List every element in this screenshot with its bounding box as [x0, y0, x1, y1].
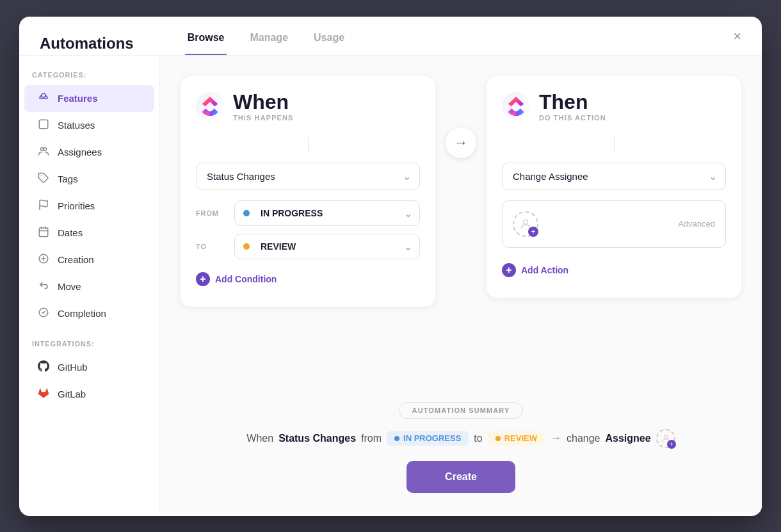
sidebar-item-creation[interactable]: Creation	[24, 246, 154, 273]
integrations-section: INTEGRATIONS: GitHub GitLab	[19, 340, 159, 408]
assignees-icon	[37, 145, 50, 159]
add-action-plus-icon: +	[502, 263, 516, 277]
sidebar-item-gitlab[interactable]: GitLab	[24, 381, 154, 408]
sidebar-item-label-statuses: Statuses	[58, 120, 95, 131]
sidebar-item-priorities[interactable]: Priorities	[24, 193, 154, 220]
avatar-plus-badge: +	[528, 227, 538, 237]
tags-icon	[37, 172, 50, 186]
integrations-label: INTEGRATIONS:	[19, 340, 159, 354]
summary-action: Assignee	[606, 433, 651, 444]
summary-prefix: When	[246, 433, 273, 444]
sidebar-item-label-tags: Tags	[58, 173, 78, 184]
to-status-select[interactable]: REVIEW	[234, 234, 420, 259]
action-logo	[502, 92, 530, 120]
tab-browse[interactable]: Browse	[185, 32, 227, 55]
completion-icon	[37, 307, 50, 321]
to-status-dot	[243, 243, 250, 250]
summary-event: Status Changes	[278, 433, 356, 444]
action-subheading: DO THIS ACTION	[539, 114, 606, 122]
advanced-link[interactable]: Advanced	[678, 219, 715, 229]
trigger-panel: When THIS HAPPENS Status Changes FROM	[181, 76, 435, 307]
features-icon	[37, 92, 50, 106]
sidebar-item-assignees[interactable]: Assignees	[24, 139, 154, 166]
action-type-select[interactable]: Change Assignee	[502, 163, 726, 190]
sidebar-item-label-features: Features	[58, 93, 98, 104]
add-condition-plus-icon: +	[196, 272, 210, 286]
from-status-wrapper: IN PROGRESS	[234, 200, 420, 226]
sidebar-item-label-assignees: Assignees	[58, 147, 102, 157]
trigger-panel-header: When THIS HAPPENS	[196, 92, 420, 122]
automation-builder: When THIS HAPPENS Status Changes FROM	[181, 76, 741, 387]
from-condition-row: FROM IN PROGRESS	[196, 200, 420, 226]
sidebar-item-label-github: GitHub	[58, 362, 88, 373]
dates-icon	[37, 226, 50, 240]
move-icon	[37, 280, 50, 294]
github-icon	[37, 360, 50, 375]
sidebar-item-statuses[interactable]: Statuses	[24, 112, 154, 139]
modal-title: Automations	[40, 35, 134, 52]
action-heading-block: Then DO THIS ACTION	[539, 92, 606, 122]
automation-summary-section: AUTOMATION SUMMARY When Status Changes f…	[181, 402, 741, 493]
sidebar: CATEGORIES: Features Statuses Assignees	[19, 56, 160, 513]
summary-arrow-icon: →	[550, 431, 561, 445]
trigger-heading-block: When THIS HAPPENS	[233, 92, 294, 122]
sidebar-item-completion[interactable]: Completion	[24, 300, 154, 327]
svg-point-15	[664, 435, 667, 438]
trigger-heading: When	[233, 92, 294, 112]
automation-summary-label: AUTOMATION SUMMARY	[399, 402, 524, 419]
sidebar-item-label-move: Move	[58, 281, 81, 292]
svg-rect-6	[39, 228, 48, 237]
sidebar-item-label-gitlab: GitLab	[58, 389, 86, 399]
tab-nav: Browse Manage Usage	[185, 32, 347, 55]
trigger-logo	[196, 92, 224, 120]
sidebar-item-move[interactable]: Move	[24, 273, 154, 300]
summary-to-word: to	[474, 433, 482, 444]
add-action-button[interactable]: + Add Action	[502, 258, 568, 282]
action-panel: Then DO THIS ACTION Change Assignee	[487, 76, 741, 298]
event-select[interactable]: Status Changes	[196, 163, 420, 190]
assignee-avatar[interactable]: +	[513, 211, 538, 237]
trigger-subheading: THIS HAPPENS	[233, 114, 294, 122]
add-condition-button[interactable]: + Add Condition	[196, 267, 277, 291]
sidebar-item-tags[interactable]: Tags	[24, 166, 154, 193]
assignee-box[interactable]: + Advanced	[502, 200, 726, 248]
to-condition-row: TO REVIEW	[196, 234, 420, 259]
priorities-icon	[37, 199, 50, 213]
summary-avatar-plus-badge: +	[667, 440, 676, 449]
add-condition-label: Add Condition	[215, 274, 277, 284]
from-status-dot	[243, 210, 250, 216]
summary-from-word: from	[361, 433, 382, 444]
to-badge-text: REVIEW	[504, 433, 537, 443]
arrow-connector: →	[446, 127, 476, 158]
to-label: TO	[196, 243, 227, 250]
close-button[interactable]: ×	[733, 29, 741, 44]
summary-text: When Status Changes from IN PROGRESS to …	[181, 429, 741, 448]
svg-point-3	[44, 147, 47, 150]
tab-usage[interactable]: Usage	[311, 32, 347, 55]
gitlab-icon	[37, 387, 50, 401]
svg-point-0	[42, 93, 45, 97]
action-heading: Then	[539, 92, 606, 112]
sidebar-item-label-dates: Dates	[58, 227, 83, 238]
from-badge-dot	[394, 436, 399, 441]
sidebar-item-features[interactable]: Features	[24, 85, 154, 112]
sidebar-item-label-completion: Completion	[58, 308, 106, 319]
sidebar-item-label-priorities: Priorities	[58, 200, 95, 211]
automations-modal: Automations Browse Manage Usage × CATEGO…	[19, 17, 762, 516]
summary-action-word: change	[567, 433, 600, 444]
sidebar-item-dates[interactable]: Dates	[24, 220, 154, 246]
add-action-label: Add Action	[521, 265, 568, 275]
modal-header: Automations Browse Manage Usage ×	[19, 17, 762, 56]
action-divider	[614, 137, 615, 152]
categories-label: CATEGORIES:	[19, 71, 159, 85]
from-label: FROM	[196, 209, 227, 217]
modal-body: CATEGORIES: Features Statuses Assignees	[19, 56, 762, 513]
create-button[interactable]: Create	[407, 461, 515, 493]
to-status-wrapper: REVIEW	[234, 234, 420, 259]
action-panel-header: Then DO THIS ACTION	[502, 92, 726, 122]
svg-rect-1	[39, 120, 48, 129]
from-status-select[interactable]: IN PROGRESS	[234, 200, 420, 226]
statuses-icon	[37, 118, 50, 133]
sidebar-item-github[interactable]: GitHub	[24, 354, 154, 381]
tab-manage[interactable]: Manage	[247, 32, 291, 55]
